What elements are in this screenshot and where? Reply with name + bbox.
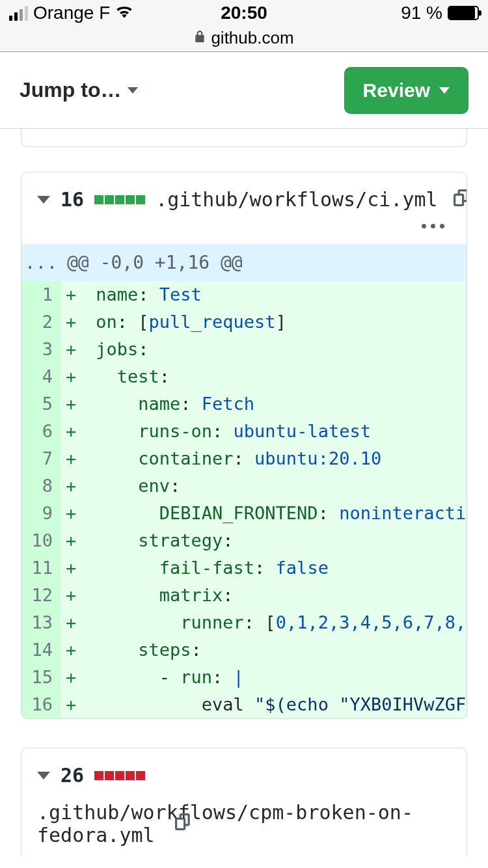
diff-marker: + [61,445,85,472]
code-content: env: [85,472,467,500]
line-number: 10 [21,527,61,554]
diff-marker: + [61,390,85,418]
diff-marker: + [61,418,85,445]
line-number: 6 [21,418,61,445]
line-number: 5 [21,390,61,418]
diff-marker: + [61,527,85,554]
kebab-menu-icon[interactable] [422,224,444,228]
url-domain: github.com [211,28,293,48]
diff-line[interactable]: 12+ matrix: [21,582,467,609]
line-number: 2 [21,308,61,336]
status-left: Orange F [9,3,133,23]
diff-line[interactable]: 9+ DEBIAN_FRONTEND: noninteractive [21,500,467,527]
status-right: 91 % [401,3,479,23]
diff-line[interactable]: 4+ test: [21,363,467,390]
diff-marker: + [61,336,85,363]
url-bar[interactable]: github.com [0,26,488,52]
diff-stat-squares [94,195,145,204]
file-path[interactable]: .github/workflows/cpm-broken-on-fedora.y… [37,801,451,847]
copy-icon[interactable] [454,189,467,211]
diff-marker: + [61,609,85,636]
toolbar: Jump to… Review [0,52,488,129]
previous-file-card-edge [21,129,467,147]
diff-line[interactable]: 16+ eval "$(echo "YXB0IHVwZGF0ZSAt [21,691,467,718]
diff-line[interactable]: 6+ runs-on: ubuntu-latest [21,418,467,445]
line-number: 8 [21,472,61,500]
diff-line[interactable]: 5+ name: Fetch [21,390,467,418]
diff-line[interactable]: 8+ env: [21,472,467,500]
diff-line[interactable]: 11+ fail-fast: false [21,554,467,582]
copy-icon[interactable] [175,813,192,835]
line-number: 13 [21,609,61,636]
diff-body: 1+ name: Test2+ on: [pull_request]3+ job… [21,281,467,718]
diff-hunk-header[interactable]: ... @@ -0,0 +1,16 @@ [21,244,467,281]
line-number: 15 [21,664,61,691]
diff-line[interactable]: 2+ on: [pull_request] [21,308,467,336]
lock-icon [194,30,206,46]
code-content: container: ubuntu:20.10 [85,445,467,472]
diff-marker: + [61,472,85,500]
code-content: jobs: [85,336,467,363]
code-content: name: Fetch [85,390,467,418]
code-content: runner: [0,1,2,3,4,5,6,7,8,9,10, [85,609,467,636]
line-number: 16 [21,691,61,718]
diff-stat-squares [94,771,145,780]
code-content: steps: [85,636,467,664]
diff-line[interactable]: 1+ name: Test [21,281,467,308]
jump-to-menu[interactable]: Jump to… [20,78,138,102]
line-number: 4 [21,363,61,390]
diff-marker: + [61,554,85,582]
code-content: strategy: [85,527,467,554]
code-content: fail-fast: false [85,554,467,582]
diff-line[interactable]: 15+ - run: | [21,664,467,691]
expand-icon[interactable]: ... [21,244,61,281]
diff-marker: + [61,582,85,609]
file-path[interactable]: .github/workflows/ci.yml [156,188,437,211]
diff-marker: + [61,636,85,664]
battery-icon [448,6,479,20]
diff-line[interactable]: 10+ strategy: [21,527,467,554]
file-card-ci-yml: 16 .github/workflows/ci.yml ... @@ -0,0 … [21,172,467,719]
line-number: 9 [21,500,61,527]
diff-marker: + [61,363,85,390]
line-number: 7 [21,445,61,472]
hunk-text: @@ -0,0 +1,16 @@ [61,244,249,281]
diff-line[interactable]: 14+ steps: [21,636,467,664]
code-content: eval "$(echo "YXB0IHVwZGF0ZSAt [85,691,467,718]
chevron-down-icon[interactable] [37,772,50,780]
chevron-down-icon [128,87,138,94]
code-content: name: Test [85,281,467,308]
diff-line[interactable]: 13+ runner: [0,1,2,3,4,5,6,7,8,9,10, [21,609,467,636]
code-content: on: [pull_request] [85,308,467,336]
file-header: 26 .github/workflows/cpm-broken-on-fedor… [21,748,467,856]
diff-marker: + [61,500,85,527]
line-number: 3 [21,336,61,363]
code-content: matrix: [85,582,467,609]
diff-line[interactable]: 7+ container: ubuntu:20.10 [21,445,467,472]
review-label: Review [363,79,430,102]
code-content: test: [85,363,467,390]
diff-marker: + [61,691,85,718]
code-content: - run: | [85,664,467,691]
diff-marker: + [61,308,85,336]
chevron-down-icon [439,87,450,94]
chevron-down-icon[interactable] [37,196,50,204]
code-content: runs-on: ubuntu-latest [85,418,467,445]
line-number: 12 [21,582,61,609]
time-label: 20:50 [221,3,267,23]
jump-to-label: Jump to… [20,78,121,102]
diff-line[interactable]: 3+ jobs: [21,336,467,363]
code-content: DEBIAN_FRONTEND: noninteractive [85,500,467,527]
file-card-cpm-broken: 26 .github/workflows/cpm-broken-on-fedor… [21,748,467,856]
file-header: 16 .github/workflows/ci.yml [21,172,467,244]
wifi-icon [115,4,133,22]
diff-line-count: 16 [61,188,84,211]
carrier-label: Orange F [33,3,110,23]
line-number: 1 [21,281,61,308]
diff-marker: + [61,664,85,691]
line-number: 11 [21,554,61,582]
line-number: 14 [21,636,61,664]
diff-line-count: 26 [61,764,84,787]
review-button[interactable]: Review [344,67,468,114]
diff-marker: + [61,281,85,308]
